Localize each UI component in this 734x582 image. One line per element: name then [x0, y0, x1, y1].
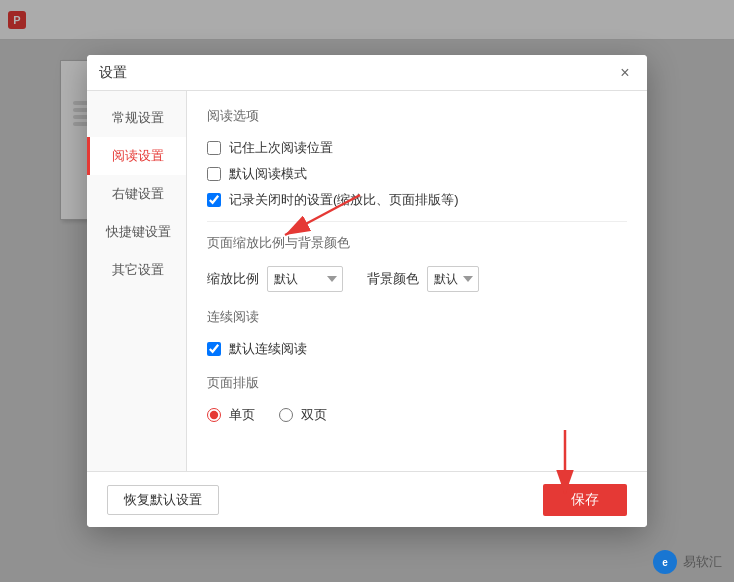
option-row-3: 记录关闭时的设置(缩放比、页面排版等): [207, 191, 627, 209]
option-row-2: 默认阅读模式: [207, 165, 627, 183]
dialog-footer: 恢复默认设置 保存: [87, 471, 647, 527]
checkbox-default-reading[interactable]: [207, 167, 221, 181]
modal-overlay: 设置 × 常规设置 阅读设置 右键设置 快捷键设置 其它设置 阅读选项 记住上次…: [0, 0, 734, 582]
option-row-1: 记住上次阅读位置: [207, 139, 627, 157]
radio-double-page[interactable]: [279, 408, 293, 422]
settings-dialog: 设置 × 常规设置 阅读设置 右键设置 快捷键设置 其它设置 阅读选项 记住上次…: [87, 55, 647, 527]
dialog-body: 常规设置 阅读设置 右键设置 快捷键设置 其它设置 阅读选项 记住上次阅读位置 …: [87, 91, 647, 471]
section-continuous: 连续阅读 默认连续阅读: [207, 308, 627, 358]
nav-item-rightclick[interactable]: 右键设置: [87, 175, 186, 213]
nav-sidebar: 常规设置 阅读设置 右键设置 快捷键设置 其它设置: [87, 91, 187, 471]
content-area: 阅读选项 记住上次阅读位置 默认阅读模式 记录关闭时的设置(缩放比、页面排版等)…: [187, 91, 647, 471]
checkbox-remember-position[interactable]: [207, 141, 221, 155]
watermark: e 易软汇: [653, 550, 722, 574]
section-continuous-title: 连续阅读: [207, 308, 627, 330]
zoom-row: 缩放比例 默认 适合宽度 适合页面 50% 75% 100% 150% 200%: [207, 266, 627, 292]
divider-1: [207, 221, 627, 222]
section-layout: 页面排版 单页 双页: [207, 374, 627, 424]
dialog-title: 设置: [99, 64, 127, 82]
zoom-label: 缩放比例: [207, 270, 259, 288]
option-label-1: 记住上次阅读位置: [229, 139, 333, 157]
watermark-text: 易软汇: [683, 553, 722, 571]
checkbox-continuous-reading[interactable]: [207, 342, 221, 356]
bgcolor-select[interactable]: 默认 白色 浅灰: [427, 266, 479, 292]
option-row-layout: 单页 双页: [207, 406, 627, 424]
dialog-titlebar: 设置 ×: [87, 55, 647, 91]
label-double-page: 双页: [301, 406, 327, 424]
nav-item-reading[interactable]: 阅读设置: [87, 137, 186, 175]
option-row-continuous: 默认连续阅读: [207, 340, 627, 358]
nav-item-general[interactable]: 常规设置: [87, 99, 186, 137]
watermark-logo: e: [653, 550, 677, 574]
nav-item-other[interactable]: 其它设置: [87, 251, 186, 289]
zoom-select[interactable]: 默认 适合宽度 适合页面 50% 75% 100% 150% 200%: [267, 266, 343, 292]
bgcolor-item: 背景颜色 默认 白色 浅灰: [367, 266, 479, 292]
zoom-item: 缩放比例 默认 适合宽度 适合页面 50% 75% 100% 150% 200%: [207, 266, 343, 292]
option-label-continuous: 默认连续阅读: [229, 340, 307, 358]
section-zoom-title: 页面缩放比例与背景颜色: [207, 234, 627, 256]
bgcolor-label: 背景颜色: [367, 270, 419, 288]
radio-single-page[interactable]: [207, 408, 221, 422]
watermark-logo-text: e: [662, 557, 668, 568]
option-label-2: 默认阅读模式: [229, 165, 307, 183]
save-button[interactable]: 保存: [543, 484, 627, 516]
label-single-page: 单页: [229, 406, 255, 424]
option-label-3: 记录关闭时的设置(缩放比、页面排版等): [229, 191, 459, 209]
restore-defaults-button[interactable]: 恢复默认设置: [107, 485, 219, 515]
section-reading-title: 阅读选项: [207, 107, 627, 129]
checkbox-record-settings[interactable]: [207, 193, 221, 207]
nav-item-shortcut[interactable]: 快捷键设置: [87, 213, 186, 251]
section-layout-title: 页面排版: [207, 374, 627, 396]
close-button[interactable]: ×: [615, 63, 635, 83]
